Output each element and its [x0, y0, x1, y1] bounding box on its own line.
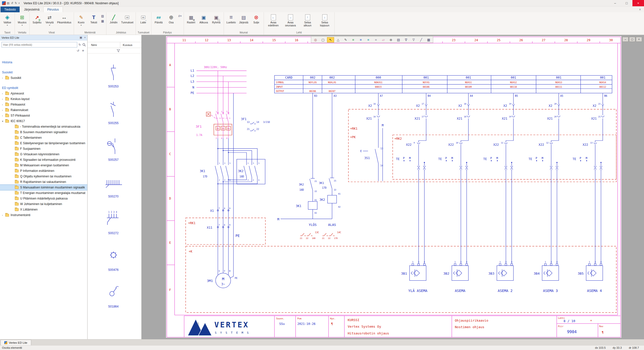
sidebar-folder-ajoneuvot[interactable]: ›Ajoneuvot — [0, 91, 87, 96]
minimize-button[interactable]: – — [609, 0, 621, 6]
sidebar-folder-t-energian-muuntaminen-energialajia-muuttamat[interactable]: T Energian muuntaminen energialajia muut… — [0, 190, 87, 196]
avaa-edellinen-button[interactable]: ←Avaa edellinen — [265, 13, 282, 28]
renumber-small-icon[interactable]: #× — [178, 14, 182, 18]
venyt-button[interactable]: ⇄Venytä▾ — [44, 13, 56, 27]
symbol-item-s00476[interactable]: S00476 — [88, 237, 139, 274]
erase-icon[interactable]: ▱ — [380, 37, 387, 42]
p-ivit-button[interactable]: ##Päivitä — [153, 13, 165, 25]
pin-icon[interactable]: ◎ — [312, 37, 319, 42]
sidebar-folder-instrumentointi[interactable]: ›Instrumentointi — [0, 212, 87, 218]
diagonal-line-icon[interactable]: ╱ — [418, 37, 425, 42]
sulje-button[interactable]: ⊗Sulje — [250, 13, 262, 25]
chevron-right-icon[interactable]: › — [2, 92, 5, 95]
ribbon-tab-j-rjestelm[interactable]: Järjestelmä — [20, 7, 43, 12]
chevron-down-icon[interactable]: ▾ — [2, 120, 5, 123]
luettelo-button[interactable]: ≡Luettelo — [225, 13, 237, 25]
sidebar-folder-k-signaalien-tai-informaation-prosessointi[interactable]: K Signaalien tai informaation prosessoin… — [0, 157, 87, 163]
refresh-icon[interactable]: ↻ — [78, 43, 81, 46]
sidebar-folder-u-pit-misen-m-ritellyss-paikassa[interactable]: U Pitämisen määritellyssä paikassa — [0, 196, 87, 201]
sidebar-folder-p-information-esitt-minen[interactable]: P Information esittäminen — [0, 168, 87, 174]
sync-icon[interactable]: ↺ — [77, 49, 79, 53]
symbol-item-s01864[interactable]: S01864 — [88, 274, 139, 310]
chevron-right-icon[interactable]: › — [2, 114, 5, 117]
redo-icon[interactable]: ↻ — [15, 2, 17, 5]
sidebar-folder-keskus-layout[interactable]: ›Keskus-layout — [0, 96, 87, 102]
app-icon[interactable] — [2, 1, 6, 5]
valitse-button[interactable]: ◈Valitse▾ — [1, 13, 13, 27]
symbol-item-s00270[interactable]: S00270 — [88, 164, 139, 200]
zoom-icon[interactable]: ⊕ — [387, 37, 394, 42]
draw-icon[interactable]: ✎ — [342, 37, 349, 42]
sidebar-folder-c-tallentaminen[interactable]: C Tallentaminen — [0, 135, 87, 140]
symbol-item-s00255[interactable]: S00255 — [88, 90, 139, 127]
drawing-sheet[interactable]: CARD002002000001001001001001SYMBOLNOYLOS… — [166, 36, 621, 338]
dropdown-arrow-icon[interactable]: ▾ — [7, 24, 8, 26]
laite-button[interactable]: xx→Laite — [137, 13, 149, 25]
qat-dropdown-icon[interactable]: ▾ — [19, 2, 20, 4]
sidebar-folder-iec-60617[interactable]: ▾IEC 60617 — [0, 118, 87, 124]
chevron-right-icon[interactable]: › — [2, 98, 5, 101]
tunnukset-button[interactable]: xxTunnukset — [120, 13, 135, 25]
column-header-description[interactable]: Kuvaus — [120, 43, 132, 46]
teksti-button[interactable]: TTeksti — [88, 13, 100, 25]
avaa-seuraava-button[interactable]: →Avaa seuraava — [282, 13, 299, 28]
save-icon[interactable]: ▤ — [7, 2, 9, 5]
mdi-close-button[interactable]: × — [636, 37, 642, 42]
selaa-loppuun-button[interactable]: ↓Selaa loppuun — [316, 13, 333, 28]
sidebar-folder-toiminnallisia-elementtej-tai-ominaisuuksia[interactable]: - Toiminnallisia elementtejä tai ominais… — [0, 124, 87, 129]
sidebar-folder-rakennukset[interactable]: ›Rakennukset — [0, 107, 87, 113]
rasteri-button[interactable]: ▦⊕Rasteri — [185, 13, 197, 25]
sidebar-folder-q-ohjattu-kytkeminen-tai-muuttaminen[interactable]: Q Ohjattu kytkeminen tai muuttaminen — [0, 174, 87, 179]
search-icon[interactable] — [82, 43, 86, 46]
maximize-button[interactable]: □ — [621, 0, 632, 6]
suljettu-button[interactable]: ↗⊕Suljettu — [31, 13, 43, 25]
wave-icon[interactable]: ≈ — [372, 37, 379, 42]
alikuva-button[interactable]: ▣Alikuva — [198, 13, 210, 25]
kuvio-button[interactable]: ✎Kuvio▾ — [75, 13, 87, 27]
grid-icon[interactable]: ▦ — [425, 37, 432, 42]
ribbon-tab-tiedosto[interactable]: Tiedosto — [1, 7, 20, 12]
chevron-right-icon[interactable]: › — [2, 109, 5, 112]
dropdown-arrow-icon[interactable]: ▾ — [22, 24, 23, 26]
collapse-ribbon-icon[interactable]: ∧ — [639, 8, 641, 11]
marquee-select-icon[interactable]: ▢ — [319, 37, 327, 42]
panel-close-icon[interactable]: × — [84, 36, 86, 39]
filter-edit-icon[interactable]: ∇ — [403, 37, 410, 42]
mdi-minimize-button[interactable]: – — [622, 37, 628, 42]
triangle-icon[interactable]: △ — [335, 37, 342, 42]
layers-blue-icon[interactable]: ≡ — [357, 37, 364, 42]
sidebar-folder-r-rajoittaminen-tai-vakauttaminen[interactable]: R Rajoittaminen tai vakauttaminen — [0, 179, 87, 185]
sidebar-section-historia[interactable]: Historia — [0, 60, 87, 65]
sidebar-folder-s-manuaalisen-toiminnan-muuttaminen-signaalik[interactable]: S Manuaalisen toiminnan muuttaminen sign… — [0, 185, 87, 190]
layers-teal-icon[interactable]: ≡ — [365, 37, 372, 42]
j-rjest-button[interactable]: ▤Järjestä — [238, 13, 250, 25]
osa-button[interactable]: ⊕Osa — [165, 13, 177, 25]
search-input[interactable] — [2, 42, 77, 47]
chevron-right-icon[interactable]: › — [2, 103, 5, 106]
sidebar-folder-suosikit[interactable]: ›Suosikit — [0, 75, 87, 81]
symbol-item-s00272[interactable]: 1234S00272 — [88, 200, 139, 237]
symbol-item-s00257[interactable]: S00257 — [88, 127, 139, 164]
dropdown-arrow-icon[interactable]: ▾ — [81, 24, 82, 26]
sidebar-folder-st-piirikaaviot[interactable]: ›ST-Piirikaaviot — [0, 113, 87, 118]
selaa-alkuun-button[interactable]: ↑Selaa alkuun — [299, 13, 316, 28]
schematic-canvas[interactable]: CARD002002000001001001001001SYMBOLNOYLOS… — [166, 36, 621, 338]
sidebar-folder-f-suojaaminen[interactable]: F Suojaaminen — [0, 146, 87, 152]
dropdown-arrow-icon[interactable]: ▾ — [49, 24, 50, 26]
sidebar-section-ed-symbolit[interactable]: ED symbolit — [0, 85, 87, 91]
sidebar-folder-x-liitt-minen[interactable]: X Liittäminen — [0, 207, 87, 212]
ryhm-button[interactable]: ▣▢Ryhmä — [210, 13, 222, 25]
sidebar-section-suosikit[interactable]: Suosikit — [0, 70, 87, 75]
mdi-restore-button[interactable]: ▢ — [629, 37, 635, 42]
ribbon-tab-piirustus[interactable]: Piirustus — [43, 7, 63, 12]
muutos-button[interactable]: ⊞Muutos▾ — [16, 13, 28, 27]
chevron-right-icon[interactable]: › — [2, 77, 5, 79]
sidebar-folder-b-suureen-muuttaminen-signaaliksi[interactable]: B Suureen muuttaminen signaaliksi — [0, 129, 87, 135]
sidebar-folder-m-mekaanisen-energian-tuottaminen[interactable]: M Mekaanisen energian tuottaminen — [0, 163, 87, 168]
johdin-button[interactable]: ╱Johdin — [108, 13, 120, 25]
panel-tab-vertex-ed-lite[interactable]: Vertex ED Lite — [1, 340, 31, 345]
chevron-right-icon[interactable]: › — [2, 214, 5, 217]
dock-icon[interactable]: ▣ — [79, 36, 82, 39]
panel-icon[interactable]: ▤ — [395, 37, 402, 42]
pikamitoitus-button[interactable]: ↔Pikamitoitus — [56, 13, 72, 25]
